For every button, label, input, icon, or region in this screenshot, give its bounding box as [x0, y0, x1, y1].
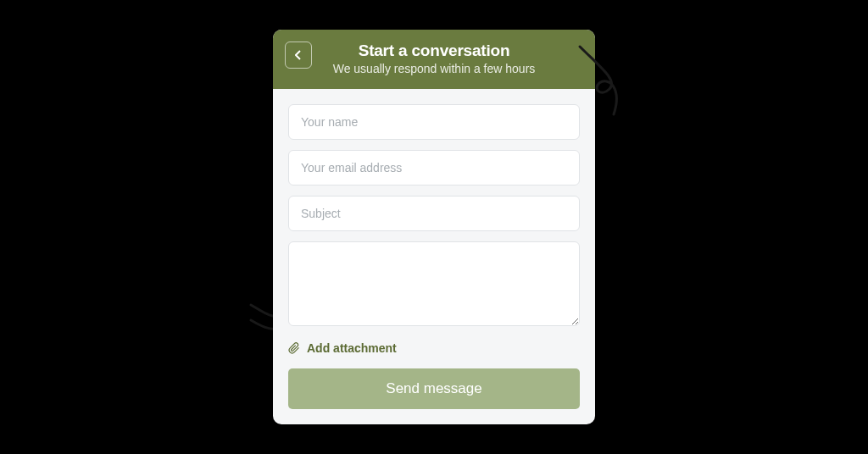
- chevron-left-icon: [295, 50, 302, 60]
- decorative-squiggle-right: [576, 42, 643, 119]
- header-subtitle: We usually respond within a few hours: [287, 62, 581, 75]
- send-message-button[interactable]: Send message: [288, 368, 580, 409]
- widget-header: Start a conversation We usually respond …: [273, 30, 595, 89]
- message-textarea[interactable]: [288, 241, 580, 326]
- widget-body: Add attachment Send message: [273, 89, 595, 424]
- email-input[interactable]: [288, 150, 580, 185]
- attachment-label: Add attachment: [307, 341, 397, 355]
- header-title: Start a conversation: [287, 42, 581, 60]
- chat-widget: Start a conversation We usually respond …: [273, 30, 595, 424]
- add-attachment-button[interactable]: Add attachment: [288, 341, 580, 355]
- back-button[interactable]: [285, 42, 312, 69]
- name-input[interactable]: [288, 104, 580, 140]
- subject-input[interactable]: [288, 196, 580, 231]
- paperclip-icon: [288, 342, 300, 354]
